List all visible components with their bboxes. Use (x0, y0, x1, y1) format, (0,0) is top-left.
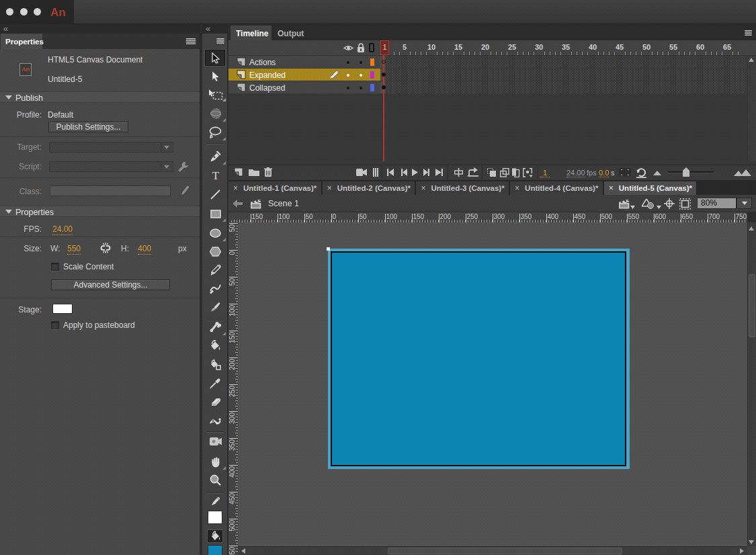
svg-text:T: T (212, 170, 219, 181)
